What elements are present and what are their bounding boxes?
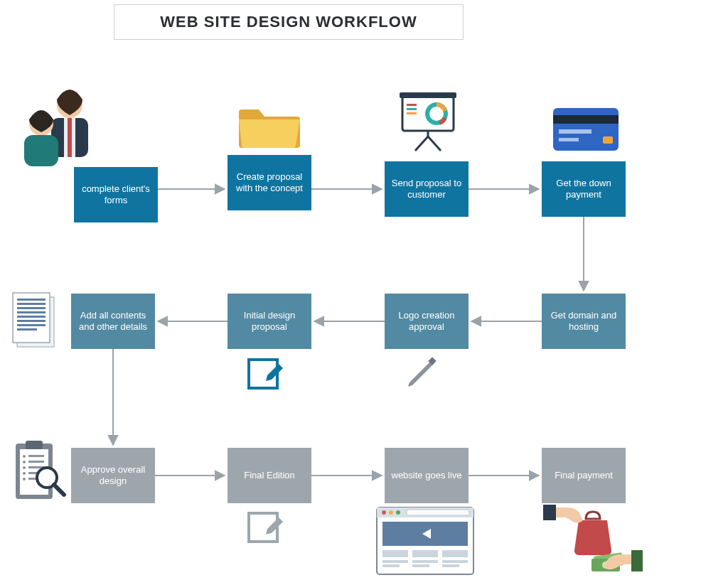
svg-rect-16	[24, 135, 58, 166]
step-complete-client-forms: complete client's forms	[74, 167, 158, 222]
page-title-text: WEB SITE DESIGN WORKFLOW	[160, 13, 417, 31]
step-website-live: website goes live	[385, 448, 469, 503]
svg-rect-39	[17, 324, 46, 326]
svg-rect-36	[17, 311, 46, 313]
svg-point-54	[23, 478, 26, 480]
step-down-payment: Get the down payment	[542, 161, 626, 217]
svg-rect-64	[407, 510, 469, 515]
payment-hands-icon	[543, 505, 643, 579]
svg-rect-74	[412, 564, 429, 567]
step-label: Get domain and hosting	[546, 310, 621, 333]
svg-line-25	[428, 136, 441, 151]
svg-rect-35	[17, 307, 46, 309]
svg-point-52	[23, 472, 26, 475]
svg-rect-75	[442, 564, 459, 567]
presentation-board-icon	[400, 92, 456, 155]
svg-rect-72	[442, 560, 468, 563]
step-initial-design: Initial design proposal	[228, 294, 311, 349]
step-label: Add all contents and other details	[75, 310, 151, 333]
folder-icon	[237, 100, 303, 154]
svg-rect-20	[407, 104, 417, 106]
svg-rect-18	[400, 92, 456, 98]
svg-rect-30	[603, 136, 613, 144]
svg-rect-37	[17, 316, 46, 318]
step-label: Logo creation approval	[389, 310, 464, 333]
svg-rect-80	[631, 550, 643, 571]
step-add-contents: Add all contents and other details	[71, 294, 155, 349]
svg-rect-45	[26, 441, 43, 449]
step-label: Approve overall design	[75, 464, 151, 488]
people-icon	[14, 84, 100, 172]
edit-square-blue-icon	[246, 354, 286, 397]
svg-rect-67	[382, 550, 408, 557]
step-label: Final Edition	[244, 470, 295, 481]
step-label: Initial design proposal	[232, 310, 307, 333]
step-domain-hosting: Get domain and hosting	[542, 294, 626, 349]
svg-point-61	[382, 510, 386, 515]
step-label: website goes live	[392, 470, 462, 481]
svg-rect-21	[407, 108, 417, 110]
svg-rect-71	[412, 560, 438, 563]
pencil-icon	[402, 354, 441, 395]
svg-line-57	[54, 485, 64, 495]
svg-rect-69	[442, 550, 468, 557]
browser-wireframe-icon	[375, 506, 475, 580]
svg-rect-38	[17, 320, 46, 322]
svg-rect-27	[553, 115, 619, 124]
svg-rect-34	[17, 303, 46, 305]
svg-rect-28	[559, 129, 592, 134]
svg-rect-14	[68, 118, 72, 157]
svg-point-46	[23, 455, 26, 458]
svg-rect-68	[412, 550, 438, 557]
credit-card-icon	[553, 108, 619, 154]
svg-rect-70	[382, 560, 408, 563]
svg-rect-49	[28, 461, 44, 463]
document-icon	[10, 291, 60, 355]
step-label: complete client's forms	[78, 183, 154, 207]
svg-rect-40	[17, 328, 37, 331]
svg-rect-33	[17, 299, 46, 301]
step-create-proposal: Create proposal with the concept	[228, 155, 311, 210]
svg-line-24	[415, 136, 428, 151]
svg-rect-73	[382, 564, 400, 567]
edit-square-gray-icon	[246, 508, 286, 550]
svg-point-48	[23, 461, 26, 463]
svg-point-63	[396, 510, 400, 515]
clipboard-search-icon	[11, 438, 67, 509]
step-label: Create proposal with the concept	[232, 171, 307, 195]
page-title: WEB SITE DESIGN WORKFLOW	[114, 4, 464, 40]
svg-rect-76	[543, 505, 556, 520]
step-send-proposal: Send proposal to customer	[385, 161, 469, 217]
step-final-payment: Final payment	[542, 448, 626, 503]
svg-rect-47	[28, 455, 44, 457]
step-label: Send proposal to customer	[389, 178, 464, 201]
step-label: Get the down payment	[546, 178, 621, 201]
svg-rect-29	[559, 138, 579, 141]
svg-point-50	[23, 466, 26, 469]
svg-point-62	[389, 510, 393, 515]
step-label: Final payment	[555, 470, 613, 481]
svg-rect-22	[407, 112, 417, 114]
step-approve-design: Approve overall design	[71, 448, 155, 503]
step-logo-approval: Logo creation approval	[385, 294, 469, 349]
step-final-edition: Final Edition	[228, 448, 311, 503]
